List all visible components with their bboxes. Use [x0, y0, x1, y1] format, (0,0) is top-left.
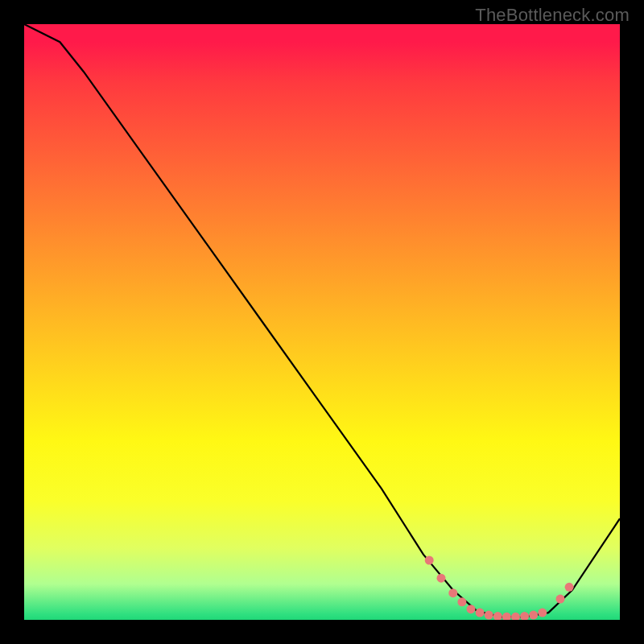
x-axis-line — [23, 620, 621, 621]
bottleneck-curve — [24, 24, 620, 617]
curve-marker — [425, 556, 434, 565]
curve-marker — [448, 588, 457, 597]
curve-marker — [493, 612, 502, 620]
watermark-text: TheBottleneck.com — [475, 5, 630, 26]
chart-svg — [24, 24, 620, 620]
curve-marker — [556, 595, 565, 604]
curve-marker — [565, 583, 574, 592]
curve-marker — [529, 611, 538, 620]
curve-marker — [457, 597, 466, 606]
curve-marker — [538, 609, 547, 617]
curve-marker — [520, 612, 529, 620]
curve-marker — [485, 611, 493, 620]
curve-marker — [437, 574, 446, 583]
curve-marker — [502, 613, 511, 620]
curve-marker — [476, 609, 485, 617]
curve-marker — [511, 613, 520, 620]
curve-marker — [467, 605, 476, 613]
plot-area — [24, 24, 620, 620]
